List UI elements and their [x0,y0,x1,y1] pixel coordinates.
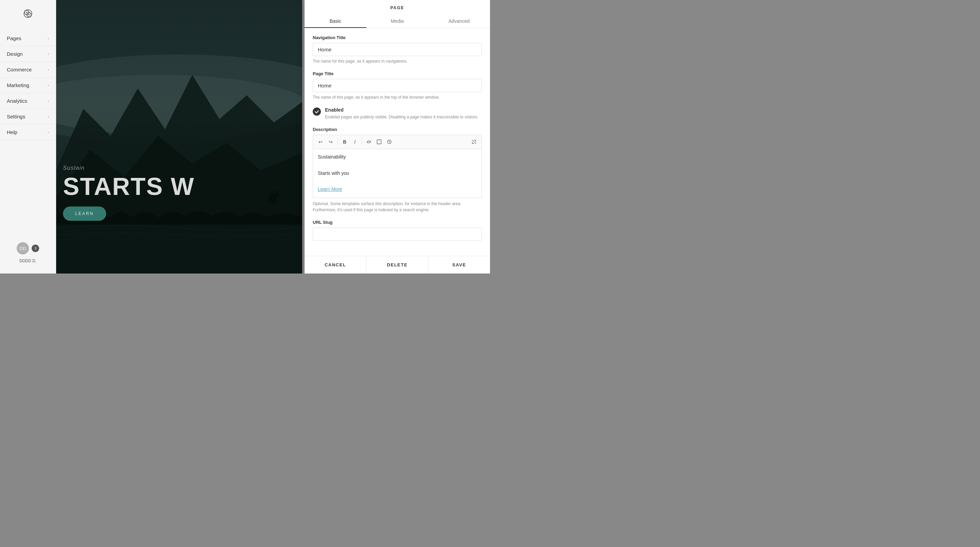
sidebar-navigation: Pages › Design › Commerce › Marketing › … [0,30,56,235]
sidebar-item-pages[interactable]: Pages › [0,30,56,46]
tab-advanced[interactable]: Advanced [428,15,490,28]
canvas-area: YOUR SITE TITLE Sustain STARTS W LEARN [56,0,302,274]
description-toolbar: ↩ ↪ B I [313,135,482,149]
description-line-2: Starts with you [318,169,477,178]
toolbar-divider [337,138,338,145]
user-avatar[interactable]: DD [17,242,29,254]
sidebar-item-commerce[interactable]: Commerce › [0,62,56,78]
svg-rect-5 [56,224,302,274]
panel-header: PAGE Basic Media Advanced [305,0,490,28]
learn-more-button[interactable]: LEARN [63,207,106,221]
panel-tabs: Basic Media Advanced [305,15,490,28]
description-editor[interactable]: Sustainability Starts with you Learn Mor… [313,149,482,198]
navigation-title-hint: The name for this page, as it appears in… [313,58,482,64]
canvas-background: YOUR SITE TITLE Sustain STARTS W LEARN [56,0,302,274]
block-button[interactable] [374,137,384,146]
notification-badge[interactable]: 3 [32,245,39,252]
sidebar-item-settings[interactable]: Settings › [0,109,56,124]
url-slug-field: URL Slug [313,220,482,240]
svg-rect-6 [377,140,381,144]
hero-main-text: STARTS W [63,174,302,199]
delete-button[interactable]: DELETE [366,256,428,274]
description-link[interactable]: Learn More [318,186,342,192]
navigation-title-field: Navigation Title The name for this page,… [313,35,482,64]
enabled-checkbox[interactable] [313,108,321,116]
sidebar-footer: DD 3 DDDD D. [10,235,46,270]
page-title-input[interactable] [313,79,482,92]
redo-button[interactable]: ↪ [326,137,336,146]
page-title-field: Page Title The name of this page, as it … [313,71,482,100]
checkmark-icon [314,109,319,114]
chevron-right-icon: › [48,99,49,103]
chevron-right-icon: › [48,130,49,135]
panel-body: Navigation Title The name for this page,… [305,28,490,256]
description-label: Description [313,127,482,132]
page-settings-panel: PAGE Basic Media Advanced Navigation Tit… [305,0,490,274]
chevron-right-icon: › [48,52,49,56]
hero-image [56,0,302,274]
enabled-description: Enabled pages are publicly visible. Disa… [325,114,482,120]
bold-button[interactable]: B [340,137,350,146]
page-title-hint: The name of this page, as it appears in … [313,94,482,100]
expand-button[interactable] [469,137,479,146]
enabled-label: Enabled [325,107,482,113]
navigation-title-input[interactable] [313,43,482,56]
sidebar-item-marketing[interactable]: Marketing › [0,78,56,93]
enabled-content: Enabled Enabled pages are publicly visib… [325,107,482,120]
description-line-1: Sustainability [318,153,477,161]
sidebar-item-design[interactable]: Design › [0,46,56,62]
user-name: DDDD D. [19,259,37,263]
cancel-button[interactable]: CANCEL [305,256,366,274]
url-slug-input[interactable] [313,227,482,240]
tab-basic[interactable]: Basic [305,15,366,28]
chevron-right-icon: › [48,83,49,88]
undo-button[interactable]: ↩ [316,137,325,146]
toolbar-divider-2 [362,138,362,145]
link-button[interactable] [364,137,374,146]
chevron-right-icon: › [48,67,49,72]
description-hint: Optional. Some templates surface this de… [313,201,482,213]
chevron-right-icon: › [48,36,49,41]
save-button[interactable]: SAVE [428,256,490,274]
navigation-title-label: Navigation Title [313,35,482,40]
description-section: Description ↩ ↪ B I [313,127,482,213]
italic-button[interactable]: I [350,137,360,146]
hero-text-block: Sustain STARTS W [56,165,302,199]
user-row: DD 3 [17,242,39,254]
page-title-label: Page Title [313,71,482,76]
time-button[interactable] [385,137,394,146]
hero-italic-text: Sustain [63,165,302,172]
tab-media[interactable]: Media [366,15,428,28]
sidebar-item-help[interactable]: Help › [0,124,56,140]
panel-footer: CANCEL DELETE SAVE [305,256,490,274]
panel-title: PAGE [305,5,490,10]
sidebar: Pages › Design › Commerce › Marketing › … [0,0,56,274]
sidebar-item-analytics[interactable]: Analytics › [0,93,56,109]
enabled-row: Enabled Enabled pages are publicly visib… [313,107,482,120]
url-slug-label: URL Slug [313,220,482,225]
chevron-right-icon: › [48,114,49,119]
squarespace-logo [21,7,35,21]
